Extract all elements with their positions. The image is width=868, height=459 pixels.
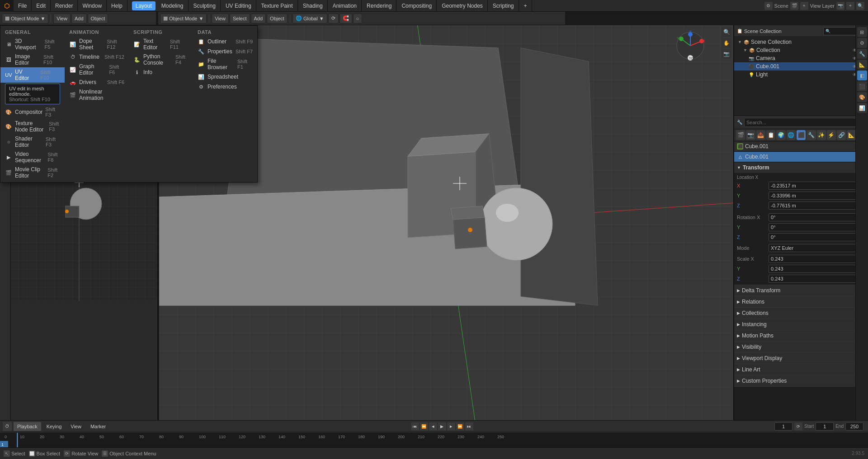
menu-item-python-console[interactable]: 🐍 Python Console Shift F4: [129, 52, 193, 67]
visibility-section[interactable]: ▶ Visibility: [734, 342, 868, 353]
menu-item-timeline[interactable]: ⏱ Timeline Shift F12: [65, 52, 129, 62]
prev-keyframe-btn[interactable]: ◄: [429, 422, 437, 431]
camera-icon[interactable]: 📷: [722, 49, 731, 59]
outliner-search[interactable]: 🔍: [823, 27, 859, 35]
workspace-tab-sculpting[interactable]: Sculpting: [189, 0, 221, 11]
snap-btn[interactable]: 🧲: [340, 14, 352, 23]
view-layer-action-icon[interactable]: +: [846, 2, 854, 10]
outliner-item-light[interactable]: 💡 Light 👁 📷: [734, 70, 868, 79]
sidebar-tool-3[interactable]: 🔧: [857, 49, 867, 59]
sidebar-tool-6[interactable]: ⬛: [857, 81, 867, 91]
props-tab-data[interactable]: 📐: [847, 130, 856, 140]
menu-item-outliner[interactable]: 📋 Outliner Shift F9: [193, 37, 257, 47]
motion-paths-section[interactable]: ▶ Motion Paths: [734, 330, 868, 342]
file-menu[interactable]: File: [14, 0, 32, 11]
props-tab-object[interactable]: ⬛: [797, 130, 806, 140]
prev-frame-btn[interactable]: ⏪: [420, 422, 428, 431]
menu-item-uv-editor[interactable]: UV UV Editor Shift F10: [0, 67, 65, 83]
timeline-tab-marker[interactable]: Marker: [87, 422, 109, 431]
viewport-editor-type[interactable]: ▦ Object Mode ▼: [160, 14, 207, 23]
search-icon[interactable]: 🔍: [856, 2, 864, 10]
menu-item-text-editor[interactable]: 📝 Text Editor Shift F11: [129, 37, 193, 52]
props-tab-output[interactable]: 📤: [756, 130, 765, 140]
workspace-tab-rendering[interactable]: Rendering: [362, 0, 396, 11]
mode-value[interactable]: XYZ Euler: [769, 244, 861, 252]
menu-item-info[interactable]: ℹ Info: [129, 67, 193, 77]
workspace-tab-scripting[interactable]: Scripting: [488, 0, 519, 11]
rotation-z-value[interactable]: 0°: [769, 233, 857, 241]
viewport-object-btn[interactable]: Object: [267, 14, 288, 23]
line-art-section[interactable]: ▶ Line Art: [734, 364, 868, 375]
props-tab-scene[interactable]: 🎬: [736, 130, 745, 140]
end-frame-input[interactable]: [845, 422, 863, 431]
menu-item-3d-viewport[interactable]: 🖥 3D Viewport Shift F5: [0, 37, 65, 52]
delta-transform-section[interactable]: ▶ Delta Transform: [734, 285, 868, 296]
outliner-item-scene-collection[interactable]: ▼ 📦 Scene Collection 👁: [734, 38, 868, 46]
location-z-value[interactable]: -0.77615 m: [769, 201, 857, 210]
help-menu[interactable]: Help: [107, 0, 127, 11]
props-tab-world[interactable]: 🌐: [787, 130, 796, 140]
timeline-type-icon[interactable]: ⏱: [3, 422, 12, 431]
rotation-x-value[interactable]: 0°: [769, 213, 857, 221]
add-button[interactable]: Add: [71, 14, 87, 23]
current-frame-input[interactable]: [774, 422, 793, 431]
sidebar-tool-2[interactable]: ⚙: [857, 38, 867, 48]
props-tab-particles[interactable]: ✨: [817, 130, 826, 140]
next-frame-btn[interactable]: ⏩: [456, 422, 464, 431]
menu-item-preferences[interactable]: ⚙ Preferences: [193, 82, 257, 92]
scale-x-value[interactable]: 0.243: [769, 255, 857, 263]
sidebar-tool-5[interactable]: ◧: [857, 70, 867, 80]
start-frame-input[interactable]: [816, 422, 834, 431]
scale-y-value[interactable]: 0.243: [769, 265, 857, 273]
window-menu[interactable]: Window: [78, 0, 107, 11]
location-y-value[interactable]: -0.33996 m: [769, 192, 857, 200]
menu-item-image-editor[interactable]: 🖼 Image Editor Shift F10: [0, 52, 65, 67]
editor-type-button[interactable]: ▦ Object Mode ▼: [2, 14, 48, 23]
menu-item-nonlinear-anim[interactable]: 🎬 Nonlinear Animation: [65, 87, 129, 103]
custom-properties-section[interactable]: ▶ Custom Properties: [734, 375, 868, 387]
hand-icon[interactable]: ✋: [722, 38, 731, 48]
menu-item-graph-editor[interactable]: 📈 Graph Editor Shift F6: [65, 62, 129, 77]
menu-item-movie-clip[interactable]: 🎬 Movie Clip Editor Shift F2: [0, 165, 65, 180]
menu-item-shader-editor[interactable]: ○ Shader Editor Shift F3: [0, 134, 65, 150]
props-tab-physics[interactable]: ⚡: [827, 130, 836, 140]
outliner-item-camera[interactable]: 📷 Camera 👁 📷: [734, 54, 868, 62]
props-tab-constraints[interactable]: 🔗: [837, 130, 846, 140]
outliner-item-collection[interactable]: ▼ 📦 Collection 👁 📷: [734, 46, 868, 54]
instancing-section[interactable]: ▶ Instancing: [734, 319, 868, 330]
location-x-value[interactable]: -0.23517 m: [769, 182, 857, 190]
props-tab-view-layer[interactable]: 📋: [766, 130, 775, 140]
collections-section[interactable]: ▶ Collections: [734, 308, 868, 319]
menu-item-compositor[interactable]: 🎨 Compositor Shift F3: [0, 105, 65, 119]
workspace-tab-uv-editing[interactable]: UV Editing: [221, 0, 256, 11]
sidebar-tool-4[interactable]: 📐: [857, 60, 867, 70]
next-keyframe-btn[interactable]: ►: [447, 422, 455, 431]
props-tab-render[interactable]: 📷: [746, 130, 755, 140]
object-button[interactable]: Object: [88, 14, 108, 23]
sync-icon[interactable]: ⚙: [764, 2, 773, 10]
workspace-tab-geometry-nodes[interactable]: Geometry Nodes: [437, 0, 488, 11]
workspace-tab-modeling[interactable]: Modeling: [157, 0, 189, 11]
workspace-tab-layout[interactable]: Layout: [132, 1, 156, 10]
viewport-select-btn[interactable]: Select: [230, 14, 250, 23]
zoom-in-icon[interactable]: 🔍: [722, 27, 731, 37]
workspace-tab-animation[interactable]: Animation: [328, 0, 362, 11]
view-button[interactable]: View: [53, 14, 71, 23]
loop-icon[interactable]: ⟳: [794, 422, 802, 431]
timeline-tab-playback[interactable]: Playback: [14, 422, 41, 431]
scale-z-value[interactable]: 0.243: [769, 275, 857, 283]
timeline-ruler[interactable]: 0 10 20 30 40 50 60 70 80 90 100 110 120…: [0, 432, 868, 448]
timeline-tab-keying[interactable]: Keying: [43, 422, 66, 431]
timeline-tab-view[interactable]: View: [67, 422, 85, 431]
props-search-input[interactable]: [744, 118, 859, 127]
menu-item-texture-node[interactable]: 🎨 Texture Node Editor Shift F3: [0, 119, 65, 134]
menu-item-spreadsheet[interactable]: 📊 Spreadsheet: [193, 72, 257, 82]
sidebar-tool-8[interactable]: 📊: [857, 103, 867, 113]
props-tab-modifier[interactable]: 🔧: [807, 130, 816, 140]
outliner-item-cube[interactable]: ⬛ Cube.001 👁 📷: [734, 62, 868, 70]
workspace-tab-compositing[interactable]: Compositing: [397, 0, 437, 11]
pivot-btn[interactable]: ⟳: [328, 14, 339, 23]
menu-item-file-browser[interactable]: 📁 File Browser Shift F1: [193, 56, 257, 72]
menu-item-drivers[interactable]: 🚗 Drivers Shift F6: [65, 77, 129, 87]
proportional-btn[interactable]: ○: [353, 14, 363, 23]
